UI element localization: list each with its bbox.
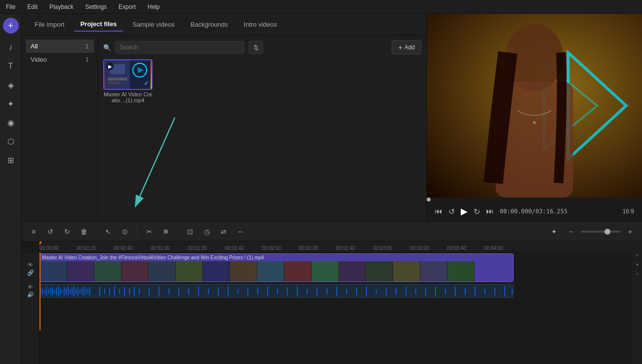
zoom-slider[interactable] — [581, 231, 620, 233]
tab-project-files[interactable]: Project files — [74, 17, 124, 32]
delete-button[interactable]: 🗑 — [77, 225, 91, 239]
timeline-scroll-area[interactable]: 00:00:00 00:00:20 00:00:40 00:01:00 00:0… — [40, 242, 632, 364]
color-button[interactable]: ⇄ — [217, 225, 231, 239]
svg-rect-80 — [435, 286, 436, 297]
menu-export[interactable]: Export — [117, 2, 138, 11]
svg-rect-66 — [297, 286, 298, 297]
search-bar: 🔍 ⇅ + Add — [103, 40, 421, 54]
preview-svg — [427, 14, 642, 198]
sidebar-mask[interactable]: ⬡ — [3, 133, 19, 149]
category-video-label: Video — [31, 56, 47, 63]
track-collapse-icon[interactable]: ▾ — [636, 262, 639, 267]
frame-thumb — [447, 261, 475, 282]
sidebar-text[interactable]: T — [3, 58, 19, 74]
sidebar-filters[interactable]: ◉ — [3, 115, 19, 130]
audio-add-icon[interactable]: + — [636, 271, 639, 277]
menu-playback[interactable]: Playback — [47, 2, 76, 11]
rewind-button[interactable]: ↺ — [448, 207, 455, 216]
file-thumbnail[interactable]: ✓ ▶ — [103, 59, 153, 90]
tab-intro-videos[interactable]: Intro videos — [237, 18, 284, 31]
zoom-out-button[interactable]: − — [564, 225, 578, 239]
selected-check: ✓ — [144, 79, 150, 87]
timeline-progress-bar[interactable] — [427, 198, 642, 202]
zoom-thumb[interactable] — [604, 229, 610, 235]
play-pause-button[interactable]: ▶ — [461, 206, 468, 217]
content: File import Project files Sample videos … — [22, 14, 642, 364]
menu-file[interactable]: File — [4, 2, 17, 11]
tab-sample-videos[interactable]: Sample videos — [125, 18, 181, 31]
svg-rect-23 — [54, 289, 55, 293]
svg-rect-64 — [277, 288, 278, 294]
track-eye-icon[interactable]: 👁 — [28, 262, 33, 268]
frame-thumb — [203, 261, 230, 282]
add-new-button[interactable]: + — [3, 18, 19, 34]
file-grid: ✓ ▶ Master AI Video Creatio…(1).mp4 — [103, 59, 421, 103]
track-add-icon[interactable]: + — [636, 252, 639, 258]
redo-button[interactable]: ↻ — [60, 225, 74, 239]
category-all-count: 1 — [85, 42, 89, 50]
menubar: File Edit Playback Settings Export Help — [0, 0, 642, 14]
video-track-header: 👁 🔗 — [22, 252, 39, 283]
svg-rect-26 — [60, 288, 61, 294]
ruler-mark-5: 00:01:40 — [225, 245, 244, 251]
video-clip[interactable]: Master AI Video Creation_Join the #Filmo… — [40, 253, 514, 282]
timeline-settings-button[interactable]: ≡ — [27, 225, 40, 239]
svg-rect-77 — [405, 286, 406, 296]
freeze-button[interactable]: ❄ — [159, 225, 173, 239]
search-input[interactable] — [115, 41, 244, 54]
fast-forward-button[interactable]: ↻ — [474, 207, 480, 216]
sidebar-effects[interactable]: ◈ — [3, 77, 19, 93]
menu-edit[interactable]: Edit — [25, 2, 40, 11]
category-video-count: 1 — [85, 56, 89, 63]
top-panel: File import Project files Sample videos … — [22, 14, 642, 221]
svg-rect-86 — [494, 287, 495, 295]
frame-thumb — [230, 261, 257, 282]
sidebar-music[interactable]: ♪ — [3, 40, 19, 55]
menu-help[interactable]: Help — [146, 2, 162, 11]
file-name: Master AI Video Creatio…(1).mp4 — [103, 91, 153, 103]
svg-rect-87 — [504, 286, 505, 297]
crop-button[interactable]: ⊡ — [183, 225, 197, 239]
tab-backgrounds[interactable]: Backgrounds — [184, 18, 235, 31]
arrow-select-button[interactable]: ↖ — [101, 225, 115, 239]
svg-rect-27 — [62, 290, 63, 293]
svg-rect-69 — [326, 288, 327, 295]
audio-clip[interactable]: // This won't execute but represents int… — [40, 284, 514, 298]
svg-rect-24 — [56, 287, 57, 295]
svg-rect-51 — [149, 287, 150, 295]
separator-1 — [96, 227, 96, 237]
preview-controls: ⏮ ↺ ▶ ↻ ⏭ 00:00.000/03:16.255 16:9 — [427, 202, 642, 221]
empty-track-row-1 — [40, 301, 632, 316]
menu-settings[interactable]: Settings — [83, 2, 109, 11]
list-item[interactable]: ✓ ▶ Master AI Video Creatio…(1).mp4 — [103, 59, 153, 103]
sort-button[interactable]: ⇅ — [248, 40, 263, 54]
skip-to-start-button[interactable]: ⏮ — [435, 207, 442, 216]
svg-rect-19 — [46, 286, 47, 296]
frame-thumb — [420, 261, 447, 282]
undo-button[interactable]: ↺ — [43, 225, 57, 239]
sidebar-sticker[interactable]: ✦ — [3, 96, 19, 112]
transform-button[interactable]: ↔ — [234, 225, 247, 239]
add-media-button[interactable]: + Add — [392, 40, 421, 54]
track-link-icon[interactable]: 🔗 — [27, 270, 34, 276]
svg-rect-25 — [58, 286, 59, 297]
category-video[interactable]: Video 1 — [26, 53, 94, 66]
svg-rect-59 — [228, 286, 229, 297]
frame-thumb — [339, 261, 366, 282]
ruler-mark-1: 00:00:20 — [77, 245, 96, 251]
audio-eye-icon[interactable]: 👁 — [28, 284, 33, 290]
tab-file-import[interactable]: File import — [28, 18, 72, 31]
category-all[interactable]: All 1 — [26, 40, 94, 53]
skip-to-end-button[interactable]: ⏭ — [486, 207, 494, 216]
right-track-controls: + ▾ + — [632, 242, 642, 364]
sidebar-grid[interactable]: ⊞ — [3, 152, 19, 168]
ai-button[interactable]: ✦ — [547, 225, 561, 239]
zoom-in-button[interactable]: + — [623, 225, 637, 239]
svg-rect-21 — [50, 288, 51, 295]
app: + ♪ T ◈ ✦ ◉ ⬡ ⊞ File import Project file… — [0, 14, 642, 364]
speed-button[interactable]: ◷ — [200, 225, 214, 239]
snap-button[interactable]: ⊙ — [118, 225, 132, 239]
audio-vol-icon[interactable]: 🔊 — [27, 291, 34, 298]
cut-button[interactable]: ✂ — [142, 225, 156, 239]
svg-rect-67 — [307, 288, 308, 294]
